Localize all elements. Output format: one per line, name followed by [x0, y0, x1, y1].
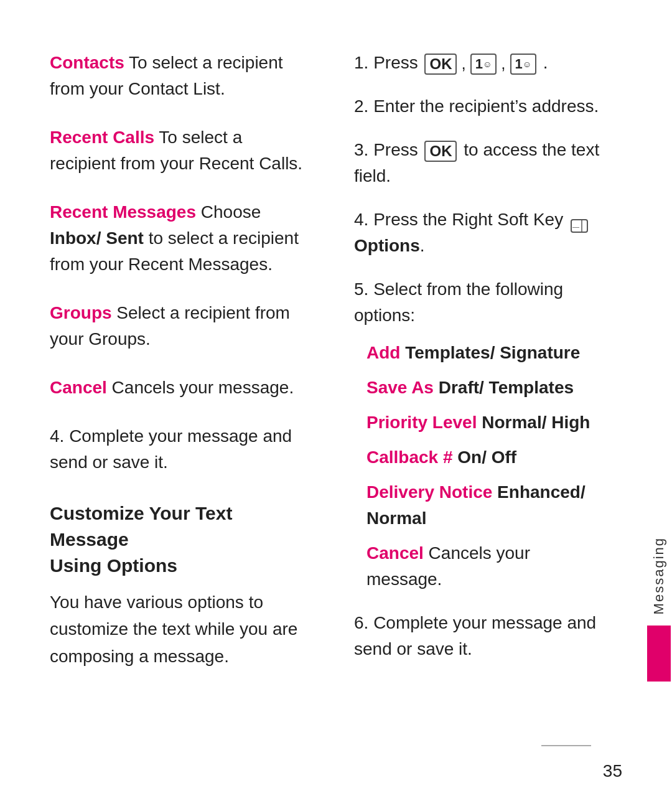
sub-item-2: Priority Level Normal/ High	[366, 410, 609, 436]
recent-calls-item: Recent Calls To select a recipient from …	[50, 124, 304, 177]
groups-item: Groups Select a recipient from your Grou…	[50, 300, 304, 352]
sub-items: Add Templates/ Signature Save As Draft/ …	[366, 340, 609, 593]
contacts-item: Contacts To select a recipient from your…	[50, 50, 304, 102]
right-column: 1. Press OK , 1☺ , 1☺ . 2. Enter the rec…	[348, 50, 609, 769]
right-step4: 4. Press the Right Soft Key — Options.	[354, 207, 609, 259]
cancel-item: Cancel Cancels your message.	[50, 375, 304, 401]
right-step3: 3. Press OK to access the text field.	[354, 137, 609, 189]
sub-item-1-pink: Save As	[366, 378, 434, 397]
sub-item-5-pink: Cancel	[366, 543, 424, 563]
step4-text: 4. Press the Right Soft Key	[354, 210, 563, 229]
key-1b: 1☺	[510, 54, 537, 75]
step1-text: 1. Press	[354, 53, 418, 72]
sub-item-3-pink: Callback #	[366, 448, 453, 467]
sub-item-1: Save As Draft/ Templates	[366, 375, 609, 401]
sub-item-2-rest: Normal/ High	[477, 413, 590, 432]
contacts-label: Contacts	[50, 53, 124, 72]
ok-key-2: OK	[424, 141, 457, 162]
sub-item-3-rest: On/ Off	[453, 448, 517, 467]
sub-item-3: Callback # On/ Off	[366, 444, 609, 471]
cancel-label: Cancel	[50, 378, 107, 397]
page-number: 35	[603, 761, 622, 781]
left-step4-text: 4. Complete your message and send or sav…	[50, 423, 304, 476]
side-tab: Messaging	[646, 0, 672, 806]
sidebar-bar	[647, 626, 671, 682]
right-step1: 1. Press OK , 1☺ , 1☺ .	[354, 50, 609, 76]
step1-keys: OK , 1☺ , 1☺	[422, 52, 538, 76]
sub-item-5: Cancel Cancels your message.	[366, 540, 609, 593]
divider-line	[541, 745, 591, 746]
customize-section: Customize Your Text Message Using Option…	[50, 500, 304, 670]
main-content: Contacts To select a recipient from your…	[0, 0, 646, 806]
page-container: Contacts To select a recipient from your…	[0, 0, 672, 806]
sub-item-0-pink: Add	[366, 343, 400, 362]
section-heading-line2: Using Options	[50, 553, 304, 579]
sub-item-1-rest: Draft/ Templates	[434, 378, 574, 397]
recent-messages-item: Recent Messages Choose Inbox/ Sent to se…	[50, 199, 304, 278]
step3-text: 3. Press	[354, 140, 418, 159]
step2-text: 2. Enter the recipient’s address.	[354, 93, 609, 119]
sub-item-2-pink: Priority Level	[366, 413, 477, 432]
sub-item-0-rest: Templates/ Signature	[400, 343, 580, 362]
right-step5: 5. Select from the following options: Ad…	[354, 276, 609, 593]
recent-messages-text: Choose	[196, 202, 261, 222]
groups-label: Groups	[50, 303, 112, 322]
sub-item-4: Delivery Notice Enhanced/ Normal	[366, 479, 609, 532]
step4-bold: Options	[354, 236, 420, 255]
step6-text: 6. Complete your message and send or sav…	[354, 610, 609, 662]
step5-intro: 5. Select from the following options:	[354, 276, 609, 329]
sub-item-0: Add Templates/ Signature	[366, 340, 609, 366]
recent-messages-label: Recent Messages	[50, 202, 196, 222]
right-step6: 6. Complete your message and send or sav…	[354, 610, 609, 662]
recent-messages-bold: Inbox/ Sent	[50, 228, 144, 248]
soft-key-icon: —	[571, 214, 588, 228]
section-heading-line1: Customize Your Text Message	[50, 500, 304, 553]
section-heading: Customize Your Text Message Using Option…	[50, 500, 304, 579]
left-column: Contacts To select a recipient from your…	[50, 50, 323, 769]
ok-key-1: OK	[424, 54, 457, 75]
sidebar-label: Messaging	[651, 537, 667, 614]
svg-text:—: —	[572, 223, 579, 230]
recent-calls-label: Recent Calls	[50, 128, 154, 147]
left-step4: 4. Complete your message and send or sav…	[50, 423, 304, 476]
cancel-text: Cancels your message.	[107, 378, 294, 397]
right-step2: 2. Enter the recipient’s address.	[354, 93, 609, 119]
key-1a: 1☺	[470, 54, 497, 75]
section-body: You have various options to customize th…	[50, 589, 304, 670]
sub-item-4-pink: Delivery Notice	[366, 482, 492, 502]
